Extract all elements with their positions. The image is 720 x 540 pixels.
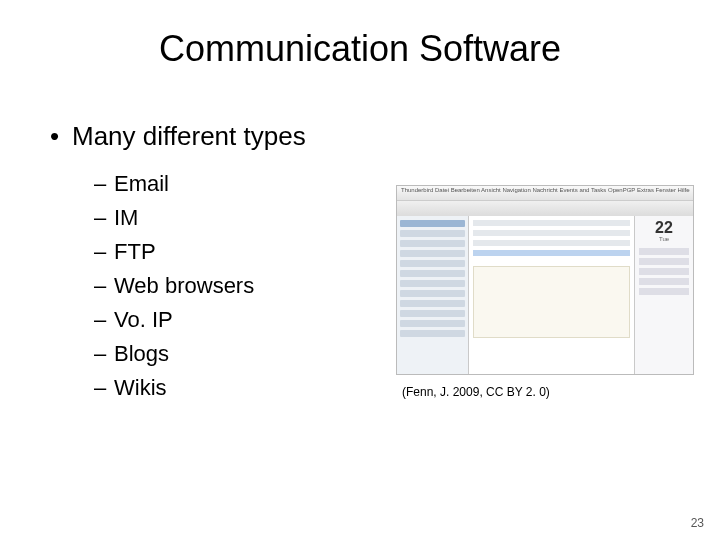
dash-icon: –	[94, 167, 114, 201]
dash-icon: –	[94, 201, 114, 235]
dash-icon: –	[94, 235, 114, 269]
sidebar-row	[400, 320, 465, 327]
calendar-panel: 22 Tue	[635, 216, 693, 374]
sub-bullet-list: –Email –IM –FTP –Web browsers –Vo. IP –B…	[50, 167, 390, 406]
calendar-day-number: 22	[639, 220, 689, 236]
sidebar-row	[400, 330, 465, 337]
event-block	[639, 288, 689, 295]
bullet-main: •Many different types	[50, 120, 390, 153]
event-block	[639, 258, 689, 265]
list-item: –Vo. IP	[94, 303, 390, 337]
list-item-label: IM	[114, 205, 138, 230]
slide: Communication Software •Many different t…	[0, 0, 720, 540]
sidebar-row	[400, 290, 465, 297]
dash-icon: –	[94, 303, 114, 337]
dash-icon: –	[94, 371, 114, 405]
list-item-label: Email	[114, 171, 169, 196]
folder-sidebar	[397, 216, 469, 374]
bullet-main-text: Many different types	[72, 121, 306, 151]
list-item-label: Blogs	[114, 341, 169, 366]
list-item: –Email	[94, 167, 390, 201]
app-body: 22 Tue	[397, 216, 693, 374]
figure-caption: (Fenn, J. 2009, CC BY 2. 0)	[396, 385, 694, 399]
bullet-dot-icon: •	[50, 120, 72, 153]
sidebar-row	[400, 300, 465, 307]
list-item-label: Web browsers	[114, 273, 254, 298]
event-block	[639, 248, 689, 255]
sidebar-row	[400, 220, 465, 227]
slide-title: Communication Software	[0, 28, 720, 70]
sidebar-row	[400, 310, 465, 317]
body-text: •Many different types –Email –IM –FTP –W…	[50, 120, 390, 405]
sidebar-row	[400, 230, 465, 237]
list-item: –FTP	[94, 235, 390, 269]
sidebar-row	[400, 270, 465, 277]
page-number: 23	[691, 516, 704, 530]
calendar-day-label: Tue	[639, 236, 689, 242]
message-row	[473, 220, 630, 226]
list-item-label: FTP	[114, 239, 156, 264]
message-row-selected	[473, 250, 630, 256]
figure: Thunderbird Datei Bearbeiten Ansicht Nav…	[396, 185, 694, 399]
list-item-label: Vo. IP	[114, 307, 173, 332]
list-item: –Blogs	[94, 337, 390, 371]
dash-icon: –	[94, 337, 114, 371]
sidebar-row	[400, 250, 465, 257]
sidebar-row	[400, 240, 465, 247]
message-row	[473, 240, 630, 246]
list-item-label: Wikis	[114, 375, 167, 400]
event-block	[639, 268, 689, 275]
screenshot-thumbnail: Thunderbird Datei Bearbeiten Ansicht Nav…	[396, 185, 694, 375]
list-item: –IM	[94, 201, 390, 235]
sidebar-row	[400, 260, 465, 267]
message-row	[473, 230, 630, 236]
mac-menubar: Thunderbird Datei Bearbeiten Ansicht Nav…	[397, 186, 693, 201]
message-list	[469, 216, 635, 374]
sidebar-row	[400, 280, 465, 287]
preview-pane	[473, 266, 630, 338]
event-block	[639, 278, 689, 285]
dash-icon: –	[94, 269, 114, 303]
list-item: –Web browsers	[94, 269, 390, 303]
list-item: –Wikis	[94, 371, 390, 405]
